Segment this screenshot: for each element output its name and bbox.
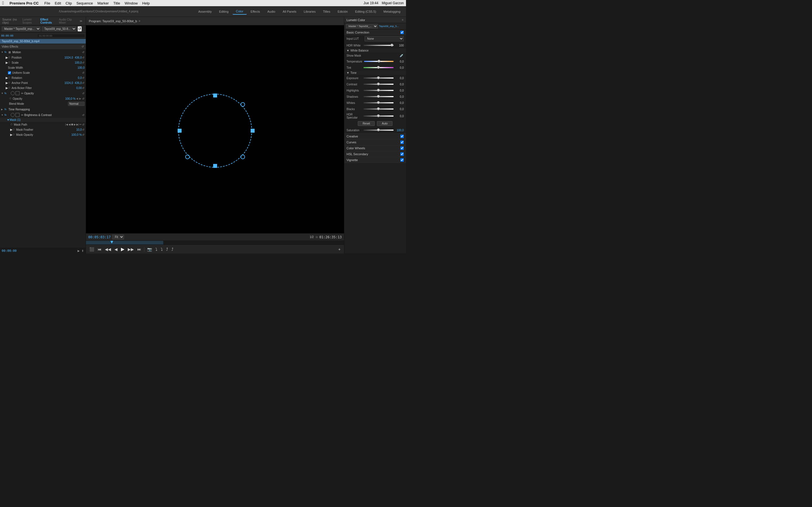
rotation-value[interactable]: 0,0 [78, 76, 82, 79]
tab-all-panels[interactable]: All Panels [279, 9, 300, 14]
anchor-point-x[interactable]: 1024,0 [64, 81, 73, 84]
auto-btn[interactable]: Auto [377, 121, 393, 126]
mask-opacity-value[interactable]: 100,0 % [71, 133, 82, 136]
shuttle-stop-btn[interactable]: ⬛ [88, 246, 95, 252]
shadows-slider[interactable] [363, 96, 394, 97]
position-clock[interactable]: ⏱ [8, 56, 10, 59]
bc-reset[interactable]: ↺ [82, 113, 85, 117]
hdr-white-slider[interactable] [363, 45, 394, 46]
tab-color[interactable]: Color [233, 8, 247, 15]
white-balance-header[interactable]: ▼ White Balance [344, 48, 406, 53]
rotation-reset[interactable]: ↺ [82, 76, 85, 80]
mask-next-frame[interactable]: ▶ [74, 123, 76, 126]
apple-menu[interactable]:  [2, 1, 4, 6]
lumetri-master-select[interactable]: Master * Tayos59_... [346, 24, 378, 29]
anchor-point-clock[interactable]: ⏱ [8, 81, 10, 84]
input-lut-select[interactable]: None [364, 36, 404, 41]
scale-clock[interactable]: ⏱ [8, 61, 10, 64]
whites-slider[interactable] [363, 102, 394, 103]
lumetri-scopes-tab[interactable]: Lumetri Scopes [22, 18, 38, 24]
monitor-menu-btn[interactable]: ≡ [139, 19, 140, 22]
mask-opacity-clock[interactable]: ⏱ [12, 133, 15, 136]
rotation-expand[interactable]: ▶ [6, 76, 8, 80]
color-wheels-toggle[interactable] [400, 147, 404, 150]
mask-path-reset[interactable]: ↺ [82, 123, 85, 126]
blend-mode-select[interactable]: Normal [68, 102, 85, 106]
blacks-slider[interactable] [363, 108, 394, 110]
opacity-prop-value[interactable]: 100,0 % [65, 97, 75, 100]
basic-correction-toggle[interactable] [400, 31, 404, 34]
bc-label[interactable]: Brightness & Contrast [24, 114, 82, 117]
vignette-header[interactable]: Vignette [344, 157, 406, 163]
highlights-slider[interactable] [363, 90, 394, 91]
ec-play-btn[interactable]: ▶ [77, 249, 80, 252]
mask-opacity-expand[interactable]: ▶ [10, 133, 12, 136]
opacity-prev-btn[interactable]: ◀ [76, 97, 78, 100]
position-value-x[interactable]: 1024,0 [64, 56, 73, 59]
tab-libraries[interactable]: Libraries [300, 9, 319, 14]
add-marker-btn[interactable]: + [337, 246, 342, 252]
anti-flicker-reset[interactable]: ↺ [82, 86, 85, 90]
ec-reset-btn[interactable]: ↺ [78, 26, 82, 32]
mask-feather-expand[interactable]: ▶ [10, 128, 12, 131]
time-remap-label[interactable]: Time Remapping [8, 108, 85, 111]
scale-value[interactable]: 100,0 [75, 61, 82, 64]
menu-sequence[interactable]: Sequence [77, 1, 93, 5]
menu-help[interactable]: Help [142, 1, 150, 5]
step-back-btn[interactable]: ⏮ [96, 246, 103, 252]
anti-flicker-clock[interactable]: ⏱ [8, 87, 10, 89]
overwrite-btn[interactable]: ⤵ [160, 246, 164, 252]
tone-expand[interactable]: ▼ [347, 71, 349, 74]
contrast-slider[interactable] [363, 83, 394, 85]
opacity-prop-reset[interactable]: ↺ [82, 97, 85, 101]
motion-reset[interactable]: ↺ [82, 50, 85, 54]
menu-title[interactable]: Title [113, 1, 120, 5]
step-fwd-btn[interactable]: ⏭ [136, 246, 142, 252]
mask-prev-keyframe[interactable]: |◀ [65, 123, 68, 126]
bc-rect-btn[interactable] [15, 113, 19, 117]
play-back-btn[interactable]: ◀ [113, 246, 119, 252]
scale-width-value[interactable]: 100,0 [78, 66, 85, 69]
menu-clip[interactable]: Clip [66, 1, 72, 5]
export-frame-btn[interactable]: 📷 [146, 246, 153, 252]
panel-menu-btn[interactable]: ≫ [79, 19, 84, 23]
mask-prev-frame[interactable]: ◀ [68, 123, 70, 126]
audio-clip-mixer-tab[interactable]: Audio Clip Mixer: [59, 18, 76, 24]
opacity-clock[interactable]: ⏱ [9, 97, 11, 100]
mask-feather-reset[interactable]: ↺ [82, 128, 85, 131]
menu-window[interactable]: Window [124, 1, 138, 5]
ec-bottom-timecode[interactable]: 00:00:00 [2, 249, 17, 252]
lift-btn[interactable]: ⤴ [165, 246, 169, 252]
creative-toggle[interactable] [400, 135, 404, 138]
menu-edit[interactable]: Edit [55, 1, 61, 5]
temperature-slider[interactable] [364, 61, 394, 62]
basic-correction-header[interactable]: Basic Correction [344, 30, 406, 35]
eyedropper-btn[interactable]: 💉 [400, 54, 404, 57]
hsl-secondary-toggle[interactable] [400, 152, 404, 156]
anti-flicker-expand[interactable]: ▶ [6, 86, 8, 90]
curves-toggle[interactable] [400, 140, 404, 144]
mask-expand[interactable]: ▼ [7, 118, 10, 121]
menu-file[interactable]: File [44, 1, 50, 5]
anchor-point-reset[interactable]: ↺ [82, 81, 85, 85]
mask-add-keyframe[interactable]: ⬟ [71, 123, 73, 126]
uniform-scale-checkbox[interactable] [8, 71, 11, 74]
play-fwd-btn[interactable]: ▶▶ [126, 246, 135, 252]
bc-ellipse-btn[interactable] [11, 113, 15, 117]
fit-mode-select[interactable]: Fit [112, 235, 124, 239]
ec-export-btn[interactable]: ⬆ [81, 249, 84, 252]
creative-header[interactable]: Creative [344, 133, 406, 139]
play-btn[interactable]: ▶ [120, 246, 125, 252]
tab-audio[interactable]: Audio [264, 9, 278, 14]
clip-select[interactable]: Tayos59_esp_50-8... [42, 26, 77, 31]
mask-next-keyframe[interactable]: ▶| [77, 123, 79, 126]
tab-editing-cs55[interactable]: Editing (CS5.5) [352, 9, 379, 14]
opacity-label[interactable]: Opacity [24, 92, 82, 95]
curves-header[interactable]: Curves [344, 139, 406, 145]
tint-slider[interactable] [363, 67, 394, 68]
bc-expand[interactable]: ▼ [1, 114, 4, 116]
anti-flicker-value[interactable]: 0,00 [77, 87, 82, 90]
program-timecode[interactable]: 00:05:03:17 [88, 235, 110, 239]
position-expand[interactable]: ▶ [6, 56, 8, 59]
anchor-point-expand[interactable]: ▶ [6, 81, 8, 85]
